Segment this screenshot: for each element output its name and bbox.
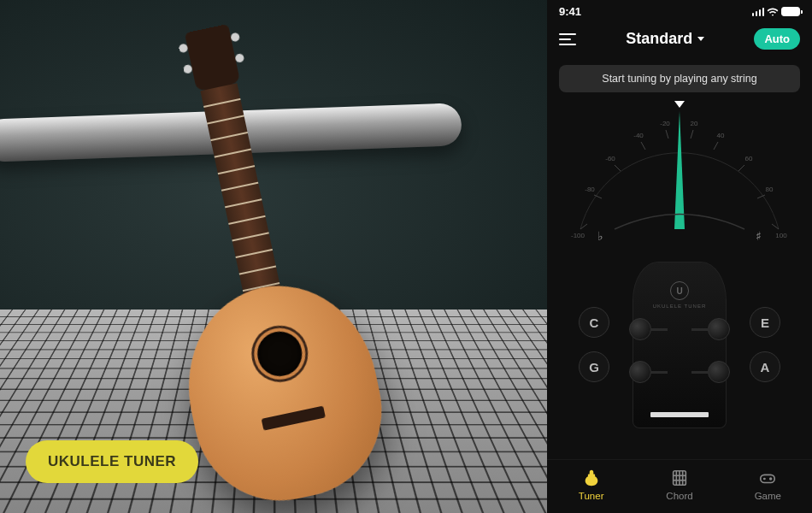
cellular-icon bbox=[752, 8, 765, 16]
svg-text:-60: -60 bbox=[605, 155, 615, 162]
headstock-area: U UKULELE TUNER C G E A bbox=[547, 262, 812, 459]
gauge-needle bbox=[674, 111, 685, 229]
string-button-c[interactable]: C bbox=[579, 307, 609, 338]
menu-icon[interactable] bbox=[559, 33, 576, 45]
chord-icon bbox=[670, 469, 689, 487]
chevron-down-icon bbox=[697, 37, 704, 41]
battery-icon bbox=[781, 7, 800, 16]
tuning-selector[interactable]: Standard bbox=[626, 30, 704, 48]
string-button-g[interactable]: G bbox=[579, 351, 609, 382]
tuner-icon bbox=[582, 469, 601, 487]
game-icon bbox=[758, 469, 777, 487]
tab-label: Chord bbox=[666, 491, 692, 501]
svg-text:60: 60 bbox=[745, 155, 753, 162]
headstock-illustration: U UKULELE TUNER C G E A bbox=[633, 262, 727, 428]
string-button-e[interactable]: E bbox=[750, 307, 780, 338]
svg-text:-80: -80 bbox=[585, 186, 595, 193]
svg-text:80: 80 bbox=[766, 186, 774, 193]
tuning-peg-icon bbox=[629, 318, 651, 340]
tab-tuner[interactable]: Tuner bbox=[547, 469, 635, 501]
headstock-brand-label: UKULELE TUNER bbox=[633, 304, 726, 309]
tuning-peg-icon bbox=[708, 318, 730, 340]
auto-button[interactable]: Auto bbox=[754, 28, 800, 50]
status-bar: 9:41 bbox=[547, 0, 812, 20]
promo-badge: UKULELE TUNER bbox=[26, 440, 198, 483]
tuning-peg-icon bbox=[629, 361, 651, 383]
svg-line-2 bbox=[615, 165, 621, 171]
promo-image: UKULELE TUNER bbox=[0, 0, 547, 513]
top-bar: Standard Auto bbox=[547, 20, 812, 62]
svg-text:-20: -20 bbox=[660, 120, 670, 127]
svg-text:20: 20 bbox=[691, 120, 698, 127]
sharp-symbol: ♯ bbox=[756, 229, 762, 243]
hint-banner: Start tuning by playing any string bbox=[559, 65, 800, 92]
svg-point-31 bbox=[770, 478, 772, 480]
app-screen: 9:41 Standard Auto Start tuning by playi… bbox=[547, 0, 812, 513]
svg-line-5 bbox=[691, 130, 693, 139]
tab-bar: Tuner Chord Game bbox=[547, 459, 812, 513]
tab-chord[interactable]: Chord bbox=[635, 469, 723, 501]
gauge-pointer-icon bbox=[674, 101, 685, 108]
status-time: 9:41 bbox=[559, 5, 581, 18]
tab-label: Game bbox=[755, 491, 781, 501]
svg-line-3 bbox=[641, 142, 645, 150]
svg-line-4 bbox=[666, 130, 668, 139]
tuning-name: Standard bbox=[626, 30, 692, 48]
tuning-peg-icon bbox=[708, 361, 730, 383]
svg-text:100: 100 bbox=[775, 232, 787, 239]
svg-text:40: 40 bbox=[717, 132, 725, 139]
tab-label: Tuner bbox=[579, 491, 604, 501]
svg-text:-40: -40 bbox=[633, 132, 644, 139]
string-button-a[interactable]: A bbox=[750, 351, 780, 382]
svg-rect-26 bbox=[761, 475, 775, 482]
svg-text:-100: -100 bbox=[571, 232, 585, 239]
svg-line-6 bbox=[714, 142, 718, 150]
tab-game[interactable]: Game bbox=[724, 469, 812, 501]
headstock-logo-icon: U bbox=[670, 281, 689, 300]
wifi-icon bbox=[767, 6, 779, 18]
svg-line-7 bbox=[738, 165, 744, 171]
tuning-gauge: -100 -80 -60 -40 -20 20 40 60 80 100 ♭ ♯ bbox=[559, 101, 800, 246]
flat-symbol: ♭ bbox=[597, 229, 603, 243]
headstock-nut bbox=[650, 412, 709, 417]
